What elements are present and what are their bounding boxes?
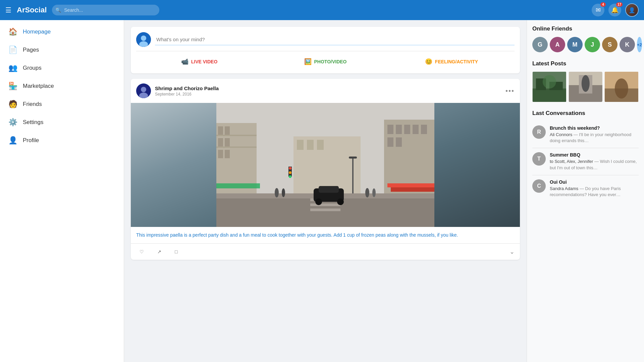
sidebar-label-friends: Friends: [23, 101, 42, 108]
more-friends-button[interactable]: +2: [637, 37, 642, 52]
convo-text-2: to Scott, Alex, Jennifer — Wish I could …: [550, 159, 639, 171]
friend-avatar-5[interactable]: S: [602, 37, 618, 52]
post-footer: ♡ ↗ □ ⌄: [131, 244, 520, 260]
conversation-item-3[interactable]: C Oui Oui Sandra Adams — Do you have Par…: [532, 175, 639, 202]
right-sidebar: Online Friends G A M J S K +2 Latest Pos…: [527, 20, 644, 362]
svg-rect-24: [413, 125, 419, 134]
svg-rect-22: [396, 125, 402, 134]
sidebar-label-profile: Profile: [23, 137, 39, 144]
convo-avatar-3: C: [532, 179, 546, 193]
post-image: [131, 103, 520, 227]
conversation-item-1[interactable]: R Brunch this weekend? Ali Connors — I'l…: [532, 121, 639, 148]
convo-sender-2: to Scott, Alex, Jennifer: [550, 159, 593, 164]
photo-video-button[interactable]: 🖼️ PHOTO/VIDEO: [262, 55, 388, 68]
sidebar-item-homepage[interactable]: 🏠 Homepage: [0, 23, 124, 41]
svg-rect-17: [297, 140, 304, 150]
svg-point-40: [275, 188, 279, 197]
latest-post-thumb-1[interactable]: [532, 72, 567, 102]
friend-avatar-6[interactable]: K: [620, 37, 635, 52]
post-box-top: [136, 32, 515, 51]
svg-rect-32: [310, 208, 340, 211]
sidebar-label-pages: Pages: [23, 47, 39, 53]
svg-rect-25: [421, 125, 427, 134]
sidebar-item-friends[interactable]: 🧑 Friends: [0, 95, 124, 113]
search-input[interactable]: [52, 5, 159, 15]
sidebar-label-groups: Groups: [23, 65, 42, 71]
svg-point-54: [543, 75, 556, 88]
notifications-button[interactable]: 🔔 17: [608, 4, 621, 16]
svg-marker-33: [391, 187, 434, 192]
friend-avatar-3[interactable]: M: [567, 37, 583, 52]
mail-button[interactable]: ✉ 4: [592, 4, 604, 16]
sidebar-item-marketplace[interactable]: 🏪 Marketplace: [0, 77, 124, 95]
svg-rect-13: [225, 150, 230, 158]
user-avatar: 👤: [626, 4, 638, 16]
app-logo: ArSocial: [17, 6, 47, 14]
svg-point-49: [289, 175, 291, 178]
online-friends-title: Online Friends: [532, 25, 639, 32]
svg-rect-15: [216, 146, 257, 148]
post-date: September 14, 2016: [155, 92, 501, 97]
photo-video-icon: 🖼️: [304, 58, 312, 65]
conversations-title: Last Conversations: [532, 110, 639, 117]
sidebar-label-marketplace: Marketplace: [23, 83, 54, 89]
svg-rect-9: [225, 126, 230, 135]
convo-content-2: Summer BBQ to Scott, Alex, Jennifer — Wi…: [550, 152, 639, 171]
sidebar-item-pages[interactable]: 📄 Pages: [0, 41, 124, 59]
topnav-right: ✉ 4 🔔 17 👤: [592, 3, 639, 17]
sidebar-item-groups[interactable]: 👥 Groups: [0, 59, 124, 77]
post-create-box: 📹 LIVE VIDEO 🖼️ PHOTO/VIDEO 😊 FEELING/AC…: [131, 27, 520, 73]
live-video-icon: 📹: [181, 58, 189, 65]
like-button[interactable]: ♡: [136, 247, 147, 256]
post-caption: This impressive paella is a perfect part…: [131, 227, 520, 244]
svg-rect-31: [310, 203, 340, 206]
post-header: Shrimp and Chorizo Paella September 14, …: [131, 79, 520, 103]
svg-rect-11: [225, 138, 230, 146]
convo-text-1: Ali Connors — I'll be in your neighborho…: [550, 132, 639, 144]
svg-point-39: [337, 198, 344, 205]
feeling-label: FEELING/ACTIVITY: [435, 59, 478, 64]
sidebar-item-profile[interactable]: 👤 Profile: [0, 131, 124, 149]
sidebar: 🏠 Homepage 📄 Pages 👥 Groups 🏪 Marketplac…: [0, 20, 124, 362]
live-video-button[interactable]: 📹 LIVE VIDEO: [136, 55, 262, 68]
friend-avatar-4[interactable]: J: [585, 37, 600, 52]
sidebar-item-settings[interactable]: ⚙️ Settings: [0, 113, 124, 131]
friend-avatar-1[interactable]: G: [532, 37, 548, 52]
conversations-list: R Brunch this weekend? Ali Connors — I'l…: [532, 121, 639, 202]
svg-rect-37: [319, 186, 339, 193]
expand-post-button[interactable]: ⌄: [509, 248, 515, 255]
paris-scene-svg: [131, 103, 520, 227]
post-input[interactable]: [155, 34, 515, 45]
svg-rect-10: [218, 138, 223, 146]
convo-avatar-2: T: [532, 152, 546, 166]
post-user-name: Shrimp and Chorizo Paella: [155, 85, 501, 91]
feeling-button[interactable]: 😊 FEELING/ACTIVITY: [388, 55, 515, 68]
conversation-item-2[interactable]: T Summer BBQ to Scott, Alex, Jennifer — …: [532, 148, 639, 175]
bookmark-button[interactable]: □: [171, 247, 181, 256]
user-avatar-button[interactable]: 👤: [625, 3, 639, 17]
profile-icon: 👤: [8, 136, 17, 145]
marketplace-icon: 🏪: [8, 82, 17, 90]
post-more-button[interactable]: •••: [505, 87, 515, 95]
latest-posts-title: Latest Posts: [532, 60, 639, 67]
convo-title-3: Oui Oui: [550, 179, 639, 185]
notif-badge: 17: [616, 2, 623, 7]
latest-post-thumb-2[interactable]: [569, 72, 603, 102]
svg-point-4: [141, 87, 146, 92]
share-button[interactable]: ↗: [154, 247, 165, 256]
convo-title-1: Brunch this weekend?: [550, 125, 639, 131]
svg-rect-12: [218, 150, 223, 158]
menu-icon[interactable]: ☰: [5, 6, 11, 14]
pages-icon: 📄: [8, 46, 17, 54]
search-wrapper: 🔍: [52, 5, 159, 15]
svg-point-62: [615, 78, 628, 99]
latest-post-thumb-3[interactable]: [604, 72, 639, 102]
topnav: ☰ ArSocial 🔍 ✉ 4 🔔 17 👤: [0, 0, 644, 20]
svg-point-38: [315, 198, 322, 205]
friend-avatar-2[interactable]: A: [550, 37, 565, 52]
groups-icon: 👥: [8, 64, 17, 72]
convo-content-3: Oui Oui Sandra Adams — Do you have Paris…: [550, 179, 639, 198]
svg-rect-26: [387, 137, 393, 147]
photo-video-label: PHOTO/VIDEO: [314, 59, 347, 64]
svg-point-47: [289, 167, 291, 170]
